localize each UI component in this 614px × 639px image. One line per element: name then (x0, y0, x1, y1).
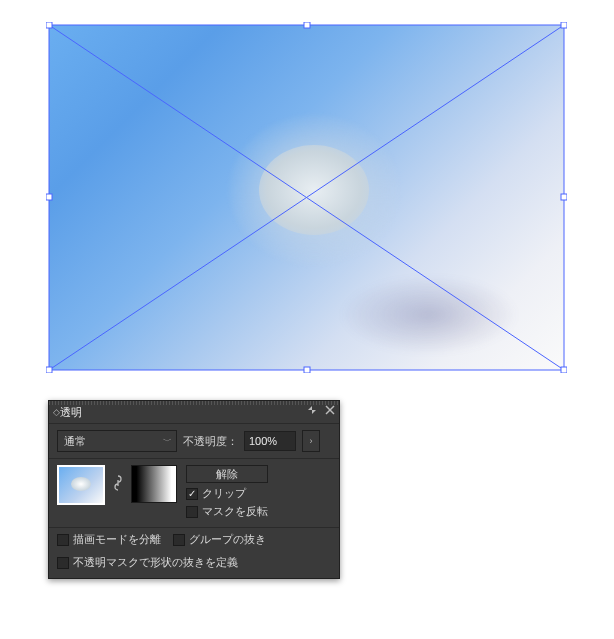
invert-mask-checkbox[interactable] (186, 506, 198, 518)
image-subject (259, 145, 369, 235)
transparency-panel: ◇ 透明 通常 ﹀ 不透明度： › 解除 (48, 400, 340, 579)
panel-grip[interactable] (49, 401, 339, 405)
clip-label: クリップ (202, 486, 246, 501)
opacity-mask-define-label: 不透明マスクで形状の抜きを定義 (73, 555, 238, 570)
canvas-selected-object[interactable] (49, 25, 564, 370)
blend-mode-value: 通常 (64, 434, 86, 449)
artwork-thumbnail[interactable] (57, 465, 105, 505)
panel-cycle-icon[interactable]: ◇ (53, 408, 56, 417)
opacity-mask-thumbnail[interactable] (131, 465, 177, 503)
placed-image[interactable] (49, 25, 564, 370)
knockout-group-checkbox[interactable] (173, 534, 185, 546)
image-shadow (339, 275, 519, 355)
panel-header[interactable]: ◇ 透明 (49, 401, 339, 424)
panel-title: 透明 (60, 405, 82, 420)
panel-options-row-2: 不透明マスクで形状の抜きを定義 (49, 551, 339, 578)
clip-checkbox[interactable] (186, 488, 198, 500)
knockout-group-label: グループの抜き (189, 532, 266, 547)
release-mask-button[interactable]: 解除 (186, 465, 268, 483)
panel-options-row-1: 描画モードを分離 グループの抜き (49, 528, 339, 551)
panel-collapse-icon[interactable] (305, 403, 319, 417)
opacity-input[interactable] (244, 431, 296, 451)
panel-blend-row: 通常 ﹀ 不透明度： › (49, 424, 339, 459)
artwork-thumbnail-content (71, 477, 91, 491)
mask-link-icon[interactable] (111, 465, 125, 501)
mask-controls: 解除 クリップ マスクを反転 (186, 465, 268, 519)
opacity-label: 不透明度： (183, 434, 238, 449)
isolate-blending-checkbox[interactable] (57, 534, 69, 546)
panel-mask-row: 解除 クリップ マスクを反転 (49, 459, 339, 528)
blend-mode-select[interactable]: 通常 ﹀ (57, 430, 177, 452)
chevron-down-icon: ﹀ (163, 435, 172, 448)
opacity-mask-define-checkbox[interactable] (57, 557, 69, 569)
isolate-blending-label: 描画モードを分離 (73, 532, 161, 547)
opacity-slider-toggle[interactable]: › (302, 430, 320, 452)
panel-close-icon[interactable] (323, 403, 337, 417)
invert-mask-label: マスクを反転 (202, 504, 268, 519)
